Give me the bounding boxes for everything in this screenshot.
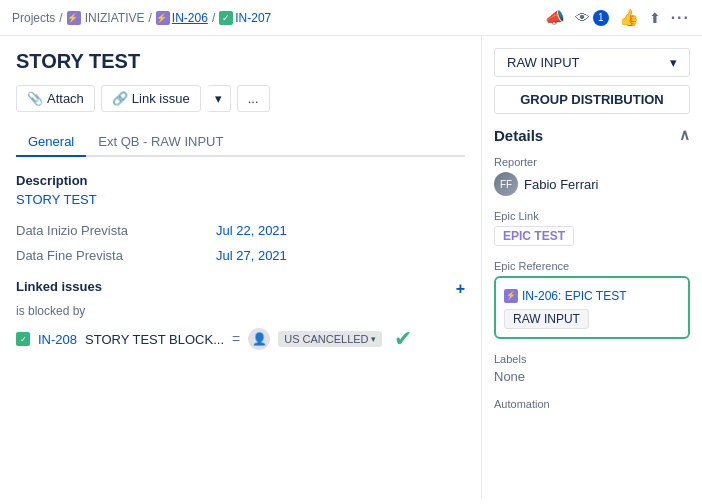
linked-issues-header: Linked issues + xyxy=(16,279,465,298)
dates-section: Data Inizio Prevista Jul 22, 2021 Data F… xyxy=(16,223,465,263)
epic-link-field: Epic Link EPIC TEST xyxy=(494,210,690,246)
linked-issue-summary: STORY TEST BLOCK... xyxy=(85,332,224,347)
epic-ref-raw-input-tag[interactable]: RAW INPUT xyxy=(504,309,589,329)
right-panel: RAW INPUT ▾ GROUP DISTRIBUTION Details ∧… xyxy=(482,36,702,499)
issue-title: STORY TEST xyxy=(16,50,465,73)
in207-story-icon: ✓ xyxy=(219,11,233,25)
reporter-name: Fabio Ferrari xyxy=(524,177,598,192)
linked-story-icon: ✓ xyxy=(16,332,30,346)
linked-issues-label: Linked issues xyxy=(16,279,102,294)
date-row-start: Data Inizio Prevista Jul 22, 2021 xyxy=(16,223,465,238)
epic-reference-label: Epic Reference xyxy=(494,260,690,272)
dropdown-button[interactable]: ▾ xyxy=(207,85,231,112)
breadcrumb-in206[interactable]: ⚡ IN-206 xyxy=(156,11,208,25)
link-icon: 🔗 xyxy=(112,91,128,106)
epic-reference-field: Epic Reference ⚡ IN-206: EPIC TEST RAW I… xyxy=(494,260,690,339)
share-icon[interactable]: ⬆ xyxy=(649,10,661,26)
epic-ref-link[interactable]: ⚡ IN-206: EPIC TEST xyxy=(504,289,626,303)
reporter-field: Reporter FF Fabio Ferrari xyxy=(494,156,690,196)
automation-label: Automation xyxy=(494,398,690,410)
main-layout: STORY TEST 📎 Attach 🔗 Link issue ▾ ... G… xyxy=(0,36,702,499)
details-label: Details xyxy=(494,127,543,144)
automation-field: Automation xyxy=(494,398,690,410)
thumbs-up-icon[interactable]: 👍 xyxy=(619,8,639,27)
breadcrumb-initiative[interactable]: INIZIATIVE xyxy=(85,11,145,25)
checkmark-icon: ✔ xyxy=(394,326,412,352)
priority-icon: = xyxy=(232,331,240,347)
linked-sublabel: is blocked by xyxy=(16,304,465,318)
linked-issue-status[interactable]: US CANCELLED ▾ xyxy=(278,331,381,347)
end-date-label: Data Fine Prevista xyxy=(16,248,156,263)
breadcrumb: Projects / ⚡ INIZIATIVE / ⚡ IN-206 / ✓ I… xyxy=(12,11,271,25)
details-collapse-icon[interactable]: ∧ xyxy=(679,126,690,144)
eye-count: 1 xyxy=(593,10,609,26)
in206-epic-icon: ⚡ xyxy=(156,11,170,25)
labels-value: None xyxy=(494,369,525,384)
breadcrumb-in207[interactable]: ✓ IN-207 xyxy=(219,11,271,25)
linked-issues-section: Linked issues + is blocked by ✓ IN-208 S… xyxy=(16,279,465,356)
reporter-avatar: FF xyxy=(494,172,518,196)
reporter-row: FF Fabio Ferrari xyxy=(494,172,690,196)
eye-icon[interactable]: 👁 xyxy=(575,9,590,26)
tabs: General Ext QB - RAW INPUT xyxy=(16,128,465,157)
attach-button[interactable]: 📎 Attach xyxy=(16,85,95,112)
end-date-value[interactable]: Jul 27, 2021 xyxy=(216,248,287,263)
action-buttons: 📎 Attach 🔗 Link issue ▾ ... xyxy=(16,85,465,112)
linked-issue-key[interactable]: IN-208 xyxy=(38,332,77,347)
breadcrumb-sep3: / xyxy=(212,11,215,25)
start-date-label: Data Inizio Prevista xyxy=(16,223,156,238)
description-value: STORY TEST xyxy=(16,192,465,207)
initiative-icon: ⚡ xyxy=(67,11,81,25)
status-chevron-icon: ▾ xyxy=(371,334,376,344)
paperclip-icon: 📎 xyxy=(27,91,43,106)
description-label: Description xyxy=(16,173,465,188)
date-row-end: Data Fine Prevista Jul 27, 2021 xyxy=(16,248,465,263)
header: Projects / ⚡ INIZIATIVE / ⚡ IN-206 / ✓ I… xyxy=(0,0,702,36)
description-section: Description STORY TEST xyxy=(16,173,465,207)
reporter-label: Reporter xyxy=(494,156,690,168)
breadcrumb-sep1: / xyxy=(59,11,62,25)
eye-badge: 👁 1 xyxy=(575,9,609,26)
raw-input-button[interactable]: RAW INPUT ▾ xyxy=(494,48,690,77)
add-linked-issue-button[interactable]: + xyxy=(456,280,465,298)
tab-general[interactable]: General xyxy=(16,128,86,157)
assignee-avatar: 👤 xyxy=(248,328,270,350)
group-distribution-button[interactable]: GROUP DISTRIBUTION xyxy=(494,85,690,114)
raw-input-chevron-icon: ▾ xyxy=(670,55,677,70)
header-actions: 📣 👁 1 👍 ⬆ ··· xyxy=(545,8,690,27)
start-date-value[interactable]: Jul 22, 2021 xyxy=(216,223,287,238)
more-button[interactable]: ... xyxy=(237,85,270,112)
megaphone-icon[interactable]: 📣 xyxy=(545,8,565,27)
labels-label: Labels xyxy=(494,353,690,365)
breadcrumb-projects[interactable]: Projects xyxy=(12,11,55,25)
breadcrumb-sep2: / xyxy=(149,11,152,25)
link-issue-button[interactable]: 🔗 Link issue xyxy=(101,85,201,112)
details-header: Details ∧ xyxy=(494,126,690,144)
tab-ext-qb[interactable]: Ext QB - RAW INPUT xyxy=(86,128,235,157)
labels-field: Labels None xyxy=(494,353,690,384)
left-panel: STORY TEST 📎 Attach 🔗 Link issue ▾ ... G… xyxy=(0,36,482,499)
linked-item: ✓ IN-208 STORY TEST BLOCK... = 👤 US CANC… xyxy=(16,322,465,356)
more-actions-icon[interactable]: ··· xyxy=(671,9,690,27)
epic-link-tag[interactable]: EPIC TEST xyxy=(494,226,574,246)
epic-link-label: Epic Link xyxy=(494,210,690,222)
epic-ref-epic-icon: ⚡ xyxy=(504,289,518,303)
epic-reference-box: ⚡ IN-206: EPIC TEST RAW INPUT xyxy=(494,276,690,339)
